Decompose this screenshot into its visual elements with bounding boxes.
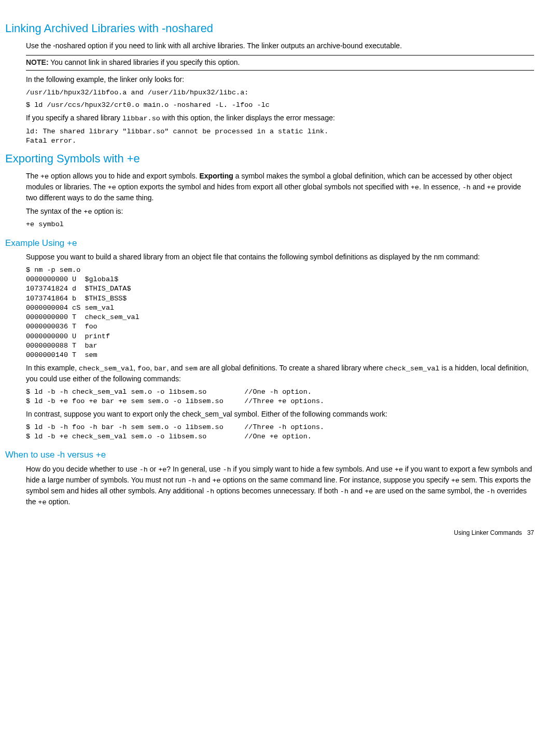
para: In contrast, suppose you want to export … [26,409,534,420]
para: How do you decide whether to use -h or +… [26,464,534,508]
heading-exporting-symbols: Exporting Symbols with +e [5,151,534,167]
code-block: +e symbol [26,220,534,229]
para: The +e option allows you to hide and exp… [26,171,534,203]
code-block: $ ld -b -h foo -h bar -h sem sem.o -o li… [26,423,534,441]
para: In the following example, the linker onl… [26,75,534,85]
page-footer: Using Linker Commands 37 [26,529,534,537]
note-box: NOTE: You cannot link in shared librarie… [26,55,534,71]
para: Suppose you want to build a shared libra… [26,252,534,263]
para: The syntax of the +e option is: [26,206,534,217]
para: If you specify a shared library libbar.s… [26,113,534,124]
para: Use the -noshared option if you need to … [26,41,534,51]
heading-linking-archived: Linking Archived Libraries with -noshare… [5,21,534,37]
page-number: 37 [527,529,534,536]
code-block: ld: The shared library "libbar.so" canno… [26,127,534,146]
code-block: $ ld -b -h check_sem_val sem.o -o libsem… [26,388,534,406]
heading-when-to-use: When to use -h versus +e [5,449,534,461]
code-block: $ ld /usr/ccs/hpux32/crt0.o main.o -nosh… [26,101,534,110]
heading-example-using-e: Example Using +e [5,237,534,250]
code-block: /usr/lib/hpux32/libfoo.a and /user/lib/h… [26,88,534,98]
note-text: You cannot link in shared libraries if y… [49,58,240,66]
para: In this example, check_sem_val, foo, bar… [26,363,534,384]
footer-text: Using Linker Commands [454,529,522,536]
code-block-nm: $ nm -p sem.o 0000000000 U $global$ 1073… [26,266,534,360]
note-label: NOTE: [26,58,49,66]
